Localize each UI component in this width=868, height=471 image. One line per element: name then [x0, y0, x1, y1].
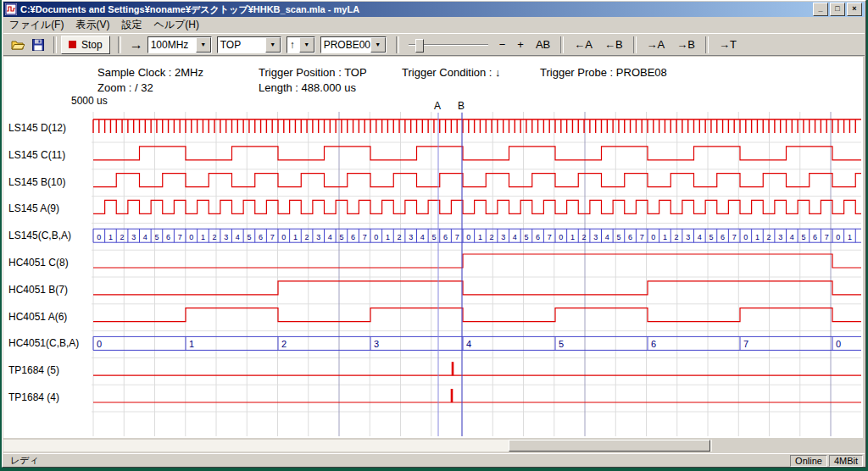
toolbar-separator — [633, 36, 637, 53]
toolbar-separator — [705, 36, 709, 53]
toolbar-separator — [560, 36, 564, 53]
status-message: レディ — [10, 454, 790, 467]
timebase-label: 5000 us — [71, 95, 108, 107]
trigger-edge-select[interactable]: ↑ ▼ — [287, 36, 315, 53]
cursor-tools: −+AB←A←B→A→B→T — [493, 36, 743, 53]
chevron-down-icon[interactable]: ▼ — [196, 37, 211, 53]
floppy-disk-icon — [32, 39, 44, 51]
menu-item[interactable]: ファイル(F) — [3, 16, 70, 34]
channel-label: LS145(C,B,A) — [8, 230, 71, 241]
cursor-a-label[interactable]: A — [434, 100, 441, 112]
clock-select[interactable]: 100MHz ▼ — [147, 36, 212, 53]
menu-item[interactable]: 設定 — [115, 16, 147, 34]
clock-value: 100MHz — [148, 37, 196, 53]
channel-label: LS145 A(9) — [8, 202, 59, 214]
chevron-down-icon[interactable]: ▼ — [299, 37, 314, 53]
scroll-strip — [3, 438, 863, 453]
trigger-probe-text: Trigger Probe : PROBE08 — [540, 66, 667, 79]
tool-button[interactable]: ←A — [570, 37, 597, 52]
tool-button[interactable]: − — [495, 37, 510, 52]
menu-item[interactable]: ヘルプ(H) — [147, 16, 205, 34]
channel-label: LS145 C(11) — [8, 149, 65, 161]
cursor-b-label[interactable]: B — [458, 100, 465, 112]
open-button[interactable] — [8, 36, 27, 53]
memory-indicator: 4MBit — [829, 455, 863, 467]
tool-button[interactable]: →B — [672, 37, 699, 52]
tool-button[interactable]: →T — [715, 37, 741, 52]
app-icon — [5, 3, 17, 15]
chevron-down-icon[interactable]: ▼ — [265, 37, 281, 53]
trigger-condition-text: Trigger Condition : ↓ — [402, 66, 501, 79]
chevron-down-icon[interactable]: ▼ — [370, 37, 386, 53]
zoom-text: Zoom : / 32 — [97, 81, 153, 94]
channel-label: LS145 D(12) — [8, 122, 66, 134]
stop-icon — [69, 41, 76, 48]
close-button[interactable]: × — [847, 3, 862, 16]
run-button[interactable]: → — [125, 36, 147, 53]
online-indicator: Online — [790, 455, 827, 467]
zoom-slider[interactable] — [407, 36, 490, 53]
channel-label: TP1684 (5) — [8, 364, 59, 376]
scrollbar-thumb[interactable] — [509, 440, 710, 452]
open-folder-icon — [11, 39, 25, 51]
menu-bar: ファイル(F)表示(V)設定ヘルプ(H) — [3, 17, 865, 33]
tool-button[interactable]: + — [513, 37, 528, 52]
maximize-button[interactable]: □ — [830, 3, 845, 16]
tool-button[interactable]: AB — [531, 37, 554, 52]
channel-label: LS145 B(10) — [8, 176, 65, 188]
minimize-button[interactable]: _ — [813, 3, 828, 16]
status-bar: レディ Online 4MBit — [3, 453, 865, 467]
channel-label: HC4051 C(8) — [8, 257, 69, 269]
toolbar-separator — [118, 36, 121, 53]
trigger-position-select[interactable]: TOP ▼ — [217, 36, 281, 53]
tool-button[interactable]: ←B — [600, 37, 627, 52]
title-bar: C:¥Documents and Settings¥noname¥デスクトップ¥… — [3, 2, 865, 17]
trigger-edge-value: ↑ — [287, 37, 299, 53]
sample-clock-text: Sample Clock : 2MHz — [97, 66, 203, 79]
menu-item[interactable]: 表示(V) — [70, 16, 115, 34]
channel-label: TP1684 (4) — [8, 391, 59, 403]
channel-label: HC4051 B(7) — [8, 284, 68, 296]
window-title: C:¥Documents and Settings¥noname¥デスクトップ¥… — [20, 3, 813, 16]
toolbar: Stop → 100MHz ▼ TOP ▼ ↑ ▼ PROBE00 ▼ −+AB… — [3, 33, 865, 56]
trigger-position-value: TOP — [218, 37, 265, 53]
probe-select[interactable]: PROBE00 ▼ — [320, 36, 387, 53]
stop-button[interactable]: Stop — [61, 36, 110, 54]
save-button[interactable] — [29, 36, 47, 53]
channel-label: HC4051(C,B,A) — [8, 337, 79, 349]
length-text: Length : 488.000 us — [259, 81, 356, 94]
tool-button[interactable]: →A — [643, 37, 670, 52]
toolbar-separator — [53, 36, 57, 53]
waveform-area[interactable] — [3, 57, 863, 438]
channel-label: HC4051 A(6) — [8, 311, 67, 323]
horizontal-scrollbar[interactable] — [3, 440, 712, 452]
probe-value: PROBE00 — [321, 37, 370, 53]
stop-label: Stop — [81, 39, 103, 51]
slider-handle[interactable] — [415, 39, 424, 53]
trigger-position-text: Trigger Position : TOP — [259, 66, 367, 79]
toolbar-separator — [396, 36, 399, 53]
